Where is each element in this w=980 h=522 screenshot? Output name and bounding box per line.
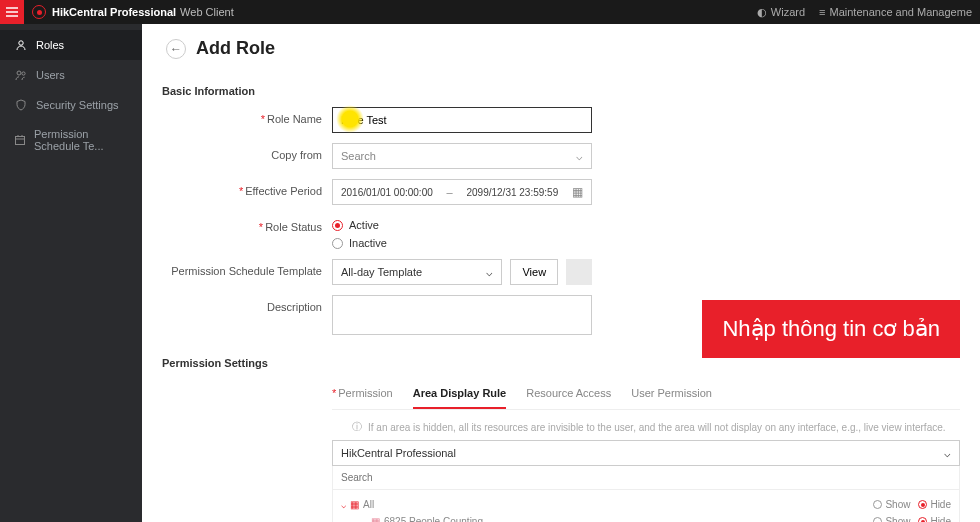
svg-point-1 [17, 71, 21, 75]
sidebar-item-security[interactable]: Security Settings [0, 90, 142, 120]
sidebar-item-users[interactable]: Users [0, 60, 142, 90]
top-bar: HikCentral Professional Web Client ◐ Wiz… [0, 0, 980, 24]
wizard-link[interactable]: ◐ Wizard [757, 6, 805, 19]
sidebar-item-label: Security Settings [36, 99, 119, 111]
calendar-icon: ▦ [572, 185, 583, 199]
chevron-down-icon: ⌵ [576, 150, 583, 163]
brand-subtitle: Web Client [180, 6, 234, 18]
description-label: Description [267, 301, 322, 313]
main-content: ← Add Role Basic Information *Role Name … [142, 24, 980, 522]
svg-point-0 [19, 41, 23, 45]
effective-period-input[interactable]: 2016/01/01 00:00:00 – 2099/12/31 23:59:5… [332, 179, 592, 205]
copy-from-select[interactable]: Search ⌵ [332, 143, 592, 169]
svg-point-2 [22, 72, 25, 75]
chevron-down-icon: ⌵ [486, 266, 493, 279]
permission-tree: ⌵ ▦ All Show Hide ▦ 6825 People Counting [332, 490, 960, 522]
info-icon: ⓘ [352, 420, 362, 434]
calendar-icon [14, 133, 26, 147]
permission-root-select[interactable]: HikCentral Professional ⌵ [332, 440, 960, 466]
tab-area-display-rule[interactable]: Area Display Rule [413, 379, 507, 409]
brand-name: HikCentral Professional [52, 6, 176, 18]
overlay-caption: Nhập thông tin cơ bản [702, 300, 960, 358]
folder-icon: ▦ [350, 499, 359, 510]
sidebar-item-label: Roles [36, 39, 64, 51]
chevron-down-icon: ⌵ [944, 447, 951, 460]
permission-tabs: *Permission Area Display Rule Resource A… [332, 379, 960, 410]
tab-user-permission[interactable]: User Permission [631, 379, 712, 409]
hide-radio[interactable]: Hide [918, 499, 951, 510]
role-name-label: Role Name [267, 113, 322, 125]
effective-period-label: Effective Period [245, 185, 322, 197]
sidebar-item-schedule[interactable]: Permission Schedule Te... [0, 120, 142, 160]
show-radio[interactable]: Show [873, 516, 910, 522]
info-hint: ⓘ If an area is hidden, all its resource… [352, 420, 960, 434]
tab-resource-access[interactable]: Resource Access [526, 379, 611, 409]
sidebar-item-roles[interactable]: Roles [0, 30, 142, 60]
role-status-label: Role Status [265, 221, 322, 233]
collapse-icon[interactable]: ⌵ [341, 500, 346, 510]
status-inactive-radio[interactable]: Inactive [332, 237, 592, 249]
sidebar-item-label: Users [36, 69, 65, 81]
users-icon [14, 68, 28, 82]
tree-row-child[interactable]: ▦ 6825 People Counting Show Hide [341, 513, 951, 522]
maintenance-link[interactable]: ≡ Maintenance and Manageme [819, 6, 972, 18]
permission-settings-heading: Permission Settings [162, 357, 980, 369]
sidebar: Roles Users Security Settings Permission… [0, 24, 142, 522]
copy-from-label: Copy from [271, 149, 322, 161]
svg-rect-3 [16, 137, 25, 145]
brand-logo-icon [32, 5, 46, 19]
template-label: Permission Schedule Template [171, 265, 322, 277]
page-title: Add Role [196, 38, 275, 59]
slider-gap [566, 259, 592, 285]
view-button[interactable]: View [510, 259, 558, 285]
description-textarea[interactable] [332, 295, 592, 335]
hide-radio[interactable]: Hide [918, 516, 951, 522]
wizard-icon: ◐ [757, 6, 767, 19]
template-select[interactable]: All-day Template ⌵ [332, 259, 502, 285]
show-radio[interactable]: Show [873, 499, 910, 510]
settings-icon: ≡ [819, 6, 825, 18]
role-name-input[interactable] [332, 107, 592, 133]
area-icon: ▦ [371, 516, 380, 522]
permission-search-input[interactable] [332, 466, 960, 490]
status-active-radio[interactable]: Active [332, 219, 592, 231]
back-button[interactable]: ← [166, 39, 186, 59]
basic-info-heading: Basic Information [162, 85, 980, 97]
shield-icon [14, 98, 28, 112]
roles-icon [14, 38, 28, 52]
menu-toggle-button[interactable] [0, 0, 24, 24]
tree-row-all[interactable]: ⌵ ▦ All Show Hide [341, 496, 951, 513]
tab-permission[interactable]: *Permission [332, 379, 393, 409]
sidebar-item-label: Permission Schedule Te... [34, 128, 128, 152]
